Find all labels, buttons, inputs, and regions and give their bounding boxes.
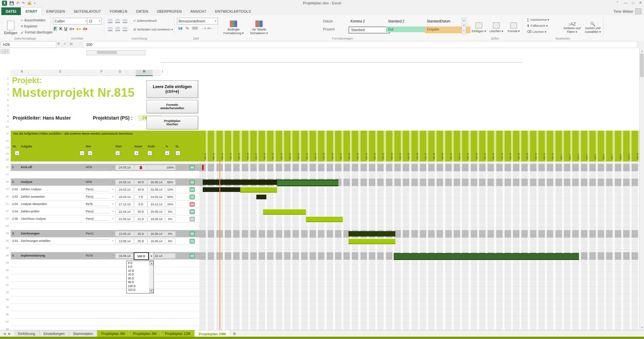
- style-cell-komma-2[interactable]: Komma 2: [348, 18, 389, 24]
- start-date-cell[interactable]: 15.03.14: [115, 194, 134, 200]
- row-number-12[interactable]: 12: [0, 139, 10, 142]
- italic-button[interactable]: K: [59, 26, 62, 31]
- ribbon-tab-daten[interactable]: DATEN: [132, 7, 152, 15]
- row-number-9[interactable]: 9: [0, 120, 10, 123]
- who-cell[interactable]: MiTe: [86, 180, 109, 184]
- row-id-cell[interactable]: 1: [12, 165, 20, 169]
- task-name-cell[interactable]: Zahlen Analyse: [21, 188, 84, 191]
- filter-button-4[interactable]: ▾: [134, 151, 139, 155]
- style-cell-gut[interactable]: Gut: [386, 26, 428, 32]
- row-number-25[interactable]: 25: [0, 232, 10, 235]
- vertical-scrollbar[interactable]: ▲ ▼: [639, 48, 644, 330]
- ribbon-tab-überprüfen[interactable]: ÜBERPRÜFEN: [152, 7, 186, 15]
- percent-cell[interactable]: 60%: [165, 194, 176, 200]
- outline-level-1-button[interactable]: 1: [1, 49, 5, 54]
- active-cell[interactable]: 100 D: [134, 252, 149, 260]
- sheet-tab-projektplan-12m[interactable]: Projektplan 12M: [161, 330, 195, 337]
- row-number-10[interactable]: 10: [0, 125, 10, 128]
- start-date-cell[interactable]: 13.05.14: [115, 231, 134, 236]
- merge-center-button[interactable]: ⊟Verbinden und zentrieren ▾: [133, 28, 173, 31]
- column-header-I[interactable]: I: [157, 70, 168, 75]
- duration-cell[interactable]: 25 D: [134, 231, 147, 236]
- editing-item-0[interactable]: ∑AutoSumme ▾: [527, 18, 549, 21]
- row-id-cell[interactable]: 4: [12, 254, 20, 257]
- styles-button-0[interactable]: Bedingte Formatierung ▾: [221, 17, 246, 39]
- percent-cell[interactable]: 55%: [165, 180, 176, 185]
- dropdown-item[interactable]: 15 D: [127, 273, 149, 277]
- row-number-27[interactable]: 27: [0, 247, 10, 250]
- row-number-20[interactable]: 20: [0, 195, 10, 198]
- dropdown-button[interactable]: ▼: [149, 252, 154, 260]
- row-number-35[interactable]: 35: [0, 306, 10, 309]
- cells-format-button[interactable]: Format ▾: [505, 17, 522, 39]
- row-number-22[interactable]: 22: [0, 210, 10, 213]
- duration-cell[interactable]: 40 D: [134, 180, 147, 185]
- align-icon[interactable]: [115, 19, 120, 23]
- who-cell[interactable]: Pers1: [86, 188, 109, 191]
- duration-cell[interactable]: 6 D: [134, 202, 147, 207]
- column-header-F[interactable]: F: [95, 70, 109, 75]
- thousands-icon[interactable]: 000: [192, 26, 198, 30]
- task-name-cell[interactable]: Analyse überprüfen: [21, 202, 84, 206]
- task-name-cell[interactable]: Abschluss Analyse: [21, 217, 84, 220]
- row-number-13[interactable]: 13: [0, 146, 10, 149]
- percent-cell[interactable]: 0%: [165, 231, 176, 236]
- editing-item-2[interactable]: ⌫Löschen ▾: [527, 30, 546, 33]
- start-date-cell[interactable]: 17.12.13: [115, 202, 134, 207]
- row-number-8[interactable]: 8: [0, 115, 10, 118]
- align-icon[interactable]: [108, 19, 113, 23]
- filter-button-7[interactable]: ▾: [176, 151, 180, 155]
- row-id-cell[interactable]: 2.02: [12, 195, 20, 198]
- who-cell[interactable]: ReTe: [86, 254, 109, 258]
- minimize-icon[interactable]: —: [624, 1, 627, 5]
- styles-gallery-scroll[interactable]: ▲ ▼ ≡: [462, 18, 466, 35]
- row-number-38[interactable]: 38: [0, 328, 10, 330]
- ribbon-tab-start[interactable]: START: [21, 7, 42, 15]
- percent-cell[interactable]: 10%: [165, 187, 176, 192]
- paste-button[interactable]: Einfügen: [3, 17, 19, 39]
- row-number-19[interactable]: 19: [0, 188, 10, 191]
- start-date-cell[interactable]: 21.05.14: [115, 216, 134, 222]
- editing-big-1[interactable]: 🔍Suchen und Auswählen ▾: [582, 17, 603, 39]
- row-number-30[interactable]: 30: [0, 269, 10, 272]
- percent-cell[interactable]: 0%: [165, 216, 176, 222]
- editing-item-1[interactable]: ⬇Füllbereich ▾: [527, 24, 548, 27]
- duration-cell[interactable]: 7 D: [134, 194, 147, 200]
- percent-cell[interactable]: 0%: [165, 209, 176, 214]
- percent-cell[interactable]: 20%: [165, 202, 176, 207]
- filter-button-2[interactable]: ▾: [88, 151, 92, 155]
- font-size-select[interactable]: 11▾: [87, 18, 102, 24]
- filter-button-1[interactable]: ▾: [80, 151, 84, 155]
- column-header-A[interactable]: A: [15, 70, 29, 75]
- sheet-tab-projektplan-24m[interactable]: Projektplan 24M: [195, 330, 230, 337]
- ribbon-tab-seitenlayout[interactable]: SEITENLAYOUT: [69, 7, 106, 15]
- clear-plan-button[interactable]: Projektplan löschen: [146, 116, 198, 129]
- wrap-text-button[interactable]: ↵Zeilenumbruch: [133, 19, 157, 22]
- duration-cell[interactable]: 20 D: [134, 209, 147, 214]
- duration-cell[interactable]: 21 D: [134, 216, 147, 222]
- task-name-cell[interactable]: Zahlen auswerten: [21, 195, 84, 198]
- clipboard-item-0[interactable]: ✂Ausschneiden: [21, 18, 45, 22]
- row-id-cell[interactable]: 2.04: [12, 210, 20, 213]
- row-number-5[interactable]: 5: [0, 98, 10, 101]
- who-cell[interactable]: ReTe: [86, 202, 109, 206]
- end-date-cell[interactable]: 24.03.14: [147, 194, 166, 200]
- row-number-36[interactable]: 36: [0, 313, 10, 316]
- dropdown-item[interactable]: 90 D: [127, 276, 149, 280]
- end-date-cell[interactable]: 18.06.14: [147, 216, 166, 222]
- worksheet[interactable]: 1 2 AEFGHI Projekt: Musterprojekt Nr.815…: [0, 48, 644, 330]
- dropdown-item[interactable]: 100 D: [127, 284, 149, 288]
- column-header-H[interactable]: H: [136, 70, 153, 76]
- account-area[interactable]: Timo Weber: [614, 8, 641, 14]
- row-number-7[interactable]: 7: [0, 109, 10, 112]
- row-id-cell[interactable]: 2.03: [12, 202, 20, 206]
- style-cell-prozent[interactable]: Prozent: [321, 26, 351, 32]
- timeline-scrollbar-thumb[interactable]: [97, 51, 117, 54]
- row-id-cell[interactable]: 2.05: [12, 217, 20, 220]
- who-cell[interactable]: Pers1: [86, 195, 109, 199]
- ribbon-tab-datei[interactable]: DATEI: [1, 7, 21, 15]
- bold-button[interactable]: F: [53, 26, 57, 31]
- percent-icon[interactable]: %: [186, 26, 189, 30]
- percent-cell[interactable]: [165, 253, 176, 259]
- start-date-cell[interactable]: 24.03.14: [115, 165, 134, 170]
